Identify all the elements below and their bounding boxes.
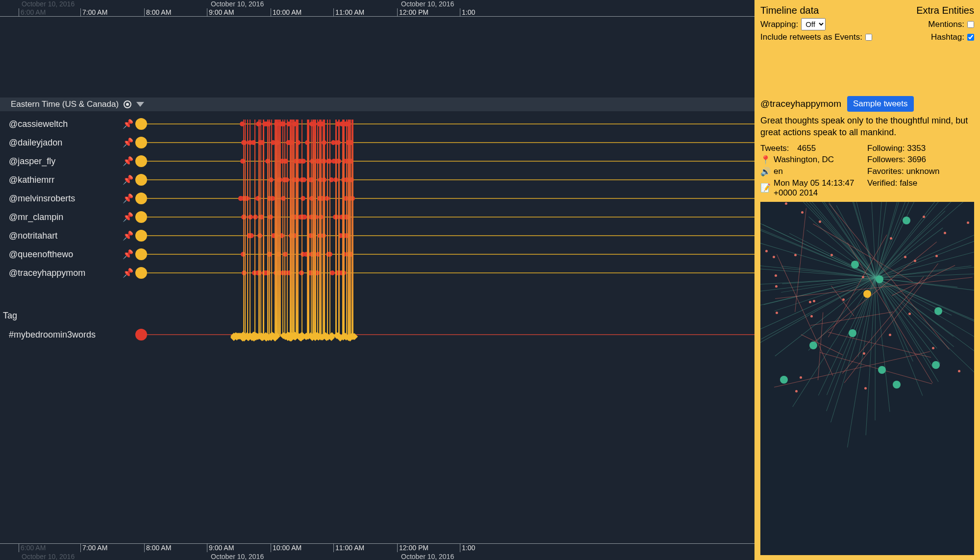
pin-icon[interactable]: 📌: [123, 249, 133, 260]
event-dot[interactable]: [256, 122, 261, 126]
event-dot[interactable]: [318, 215, 323, 219]
event-dot[interactable]: [309, 177, 314, 182]
graph-node-small[interactable]: [810, 315, 813, 317]
event-dot[interactable]: [302, 215, 307, 219]
event-dot[interactable]: [283, 252, 288, 257]
graph-node[interactable]: [876, 275, 883, 283]
event-dot[interactable]: [342, 159, 347, 164]
event-dot[interactable]: [304, 252, 309, 257]
event-dot[interactable]: [240, 122, 245, 126]
event-dot[interactable]: [269, 177, 274, 182]
event-dot[interactable]: [276, 252, 281, 257]
user-node[interactable]: [135, 174, 147, 186]
event-dot[interactable]: [305, 140, 310, 145]
network-graph[interactable]: [760, 202, 974, 555]
graph-node[interactable]: [903, 217, 910, 224]
event-dot[interactable]: [257, 233, 262, 238]
event-dot[interactable]: [335, 122, 340, 126]
pin-icon[interactable]: 📌: [123, 212, 133, 222]
event-dot[interactable]: [347, 159, 352, 164]
event-dot[interactable]: [242, 270, 247, 275]
graph-node[interactable]: [780, 376, 788, 384]
event-dot[interactable]: [337, 270, 342, 275]
event-dot[interactable]: [330, 270, 335, 275]
event-dot[interactable]: [267, 252, 272, 257]
event-dot[interactable]: [326, 159, 331, 164]
graph-node-small[interactable]: [775, 285, 778, 288]
event-dot[interactable]: [320, 122, 325, 126]
event-dot[interactable]: [322, 140, 327, 145]
event-dot[interactable]: [241, 140, 246, 145]
tag-node[interactable]: [135, 329, 147, 341]
target-icon[interactable]: [124, 100, 131, 108]
graph-node-small[interactable]: [862, 276, 864, 278]
graph-node-small[interactable]: [914, 260, 916, 262]
graph-node[interactable]: [934, 307, 942, 315]
event-dot[interactable]: [274, 122, 279, 126]
pin-icon[interactable]: 📌: [123, 137, 133, 148]
user-row[interactable]: @jasper_fly📌: [0, 152, 754, 170]
event-dot[interactable]: [322, 177, 327, 182]
graph-node[interactable]: [849, 329, 856, 337]
event-dot[interactable]: [301, 159, 306, 164]
user-node[interactable]: [135, 230, 147, 242]
event-dot[interactable]: [248, 215, 253, 219]
event-dot[interactable]: [325, 196, 329, 201]
graph-node-small[interactable]: [785, 202, 787, 205]
pin-icon[interactable]: 📌: [123, 193, 133, 204]
user-node[interactable]: [135, 193, 147, 204]
retweets-checkbox[interactable]: [865, 34, 872, 41]
event-dot[interactable]: [251, 140, 256, 145]
graph-node-small[interactable]: [904, 256, 906, 258]
time-ruler-top[interactable]: October 10, 2016October 10, 2016October …: [0, 0, 754, 17]
user-node[interactable]: [135, 118, 147, 130]
event-dot[interactable]: [265, 159, 270, 164]
event-dot[interactable]: [281, 196, 286, 201]
user-row[interactable]: @queenofthewo📌: [0, 245, 754, 264]
user-node[interactable]: [135, 137, 147, 148]
event-dot[interactable]: [289, 233, 294, 238]
user-row[interactable]: @kathiemrr📌: [0, 170, 754, 189]
graph-node-small[interactable]: [923, 216, 925, 218]
event-dot[interactable]: [260, 140, 265, 145]
mentions-checkbox[interactable]: [967, 21, 974, 28]
event-dot[interactable]: [327, 252, 332, 257]
graph-node-small[interactable]: [765, 250, 768, 252]
event-dot[interactable]: [268, 215, 273, 219]
event-dot[interactable]: [249, 233, 253, 238]
event-dot[interactable]: [334, 215, 339, 219]
event-dot[interactable]: [344, 177, 349, 182]
event-dot[interactable]: [310, 159, 315, 164]
graph-node-small[interactable]: [889, 334, 891, 336]
event-dot[interactable]: [242, 196, 247, 201]
graph-node[interactable]: [878, 366, 886, 374]
event-dot[interactable]: [291, 215, 296, 219]
event-dot[interactable]: [287, 140, 292, 145]
event-dot[interactable]: [242, 215, 247, 219]
event-dot[interactable]: [329, 177, 334, 182]
event-dot[interactable]: [301, 196, 305, 201]
graph-node-small[interactable]: [863, 352, 865, 355]
timeline-body[interactable]: Eastern Time (US & Canada) @cassieweltch…: [0, 17, 754, 543]
event-dot[interactable]: [270, 196, 275, 201]
graph-node[interactable]: [932, 361, 940, 369]
event-dot[interactable]: [276, 177, 281, 182]
event-dot[interactable]: [299, 270, 304, 275]
graph-node-small[interactable]: [932, 347, 934, 349]
graph-node-small[interactable]: [795, 390, 798, 392]
user-node[interactable]: [135, 155, 147, 167]
graph-node-small[interactable]: [908, 313, 911, 315]
graph-node-small[interactable]: [958, 370, 960, 372]
event-dot[interactable]: [274, 270, 278, 275]
event-dot[interactable]: [271, 233, 276, 238]
event-dot[interactable]: [331, 140, 336, 145]
event-dot[interactable]: [339, 215, 344, 219]
event-dot[interactable]: [321, 159, 326, 164]
event-dot[interactable]: [308, 233, 313, 238]
graph-node-small[interactable]: [864, 387, 867, 390]
pin-icon[interactable]: 📌: [123, 230, 133, 241]
event-dot[interactable]: [311, 252, 316, 257]
event-dot[interactable]: [315, 159, 320, 164]
pin-icon[interactable]: 📌: [123, 174, 133, 185]
event-dot[interactable]: [284, 177, 289, 182]
